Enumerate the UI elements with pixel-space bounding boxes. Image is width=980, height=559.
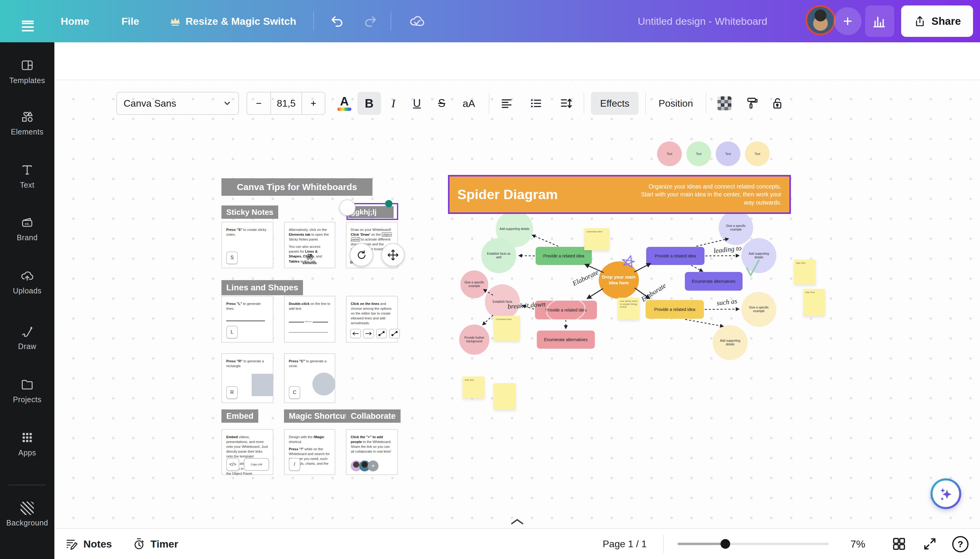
line-spacing-button[interactable] xyxy=(555,92,577,115)
strikethrough-button[interactable]: S xyxy=(432,92,451,115)
menu-resize-magic-switch[interactable]: Resize & Magic Switch xyxy=(169,0,296,42)
zoom-slider[interactable] xyxy=(678,543,829,545)
section-label-magic-shortcut[interactable]: Magic Shortcut xyxy=(284,409,352,423)
move-handle[interactable] xyxy=(381,243,405,266)
spider-node-rect-purple[interactable]: Provide a related idea xyxy=(646,247,704,265)
font-family-select[interactable]: Canva Sans xyxy=(116,92,239,115)
spider-node-rect-purple-enum[interactable]: Enumerate alternatives xyxy=(685,272,742,291)
bold-button[interactable]: B xyxy=(357,92,381,115)
sidebar-item-projects[interactable]: Projects xyxy=(0,377,55,404)
spider-node-circle[interactable]: Add supporting details xyxy=(741,238,777,273)
font-size-decrease-button[interactable]: − xyxy=(247,93,270,114)
user-avatar[interactable] xyxy=(805,5,836,35)
spider-center-node[interactable]: Drop your main idea here xyxy=(599,261,639,299)
selected-text-element[interactable]: ggkhj;lj xyxy=(347,203,398,220)
italic-button[interactable]: I xyxy=(383,92,403,115)
help-button[interactable]: ? xyxy=(952,536,968,552)
share-button[interactable]: Share xyxy=(901,5,973,37)
cloud-save-status[interactable] xyxy=(408,0,426,42)
swatch-circle-pink[interactable]: Text xyxy=(657,141,682,166)
menu-home[interactable]: Home xyxy=(61,0,89,42)
section-label-sticky-notes[interactable]: Sticky Notes xyxy=(221,205,278,219)
add-people-icon[interactable]: + xyxy=(368,460,378,471)
spider-header-selected[interactable]: Spider Diagram Organize your ideas and c… xyxy=(448,175,791,214)
tips-title[interactable]: Canva Tips for Whiteboards xyxy=(221,178,372,196)
copy-style-button[interactable] xyxy=(741,92,762,115)
spider-node-circle[interactable]: Establish facts as well xyxy=(481,238,516,273)
sticky-note[interactable] xyxy=(494,383,516,409)
notes-button[interactable]: Notes xyxy=(65,529,112,559)
main-menu-button[interactable] xyxy=(22,0,34,42)
spider-node-rect-pink-enum[interactable]: Enumerate alternatives xyxy=(537,331,595,349)
grid-view-button[interactable] xyxy=(891,536,907,552)
sidebar-item-brand[interactable]: co. Brand xyxy=(0,215,55,242)
bullet-list-button[interactable] xyxy=(526,92,547,115)
text-case-button[interactable]: aA xyxy=(458,92,480,115)
menu-file[interactable]: File xyxy=(121,0,139,42)
position-button[interactable]: Position xyxy=(653,92,699,115)
underline-button[interactable]: U xyxy=(407,92,426,115)
undo-button[interactable] xyxy=(329,0,345,42)
arrow-right-option[interactable] xyxy=(363,329,374,338)
text-color-button[interactable]: A xyxy=(333,92,356,115)
selection-anchor-handle[interactable] xyxy=(339,199,355,216)
tip-card-lines-1[interactable]: Press "L" to generate lines. L xyxy=(221,296,273,342)
font-size-increase-button[interactable]: + xyxy=(301,93,325,114)
sidebar-item-apps[interactable]: Apps xyxy=(0,430,55,457)
tip-card-embed[interactable]: Embed videos, presentations, and more on… xyxy=(221,429,273,475)
fullscreen-button[interactable] xyxy=(922,536,938,552)
sticky-note[interactable]: Add Text xyxy=(463,377,484,398)
swatch-circle-green[interactable]: Text xyxy=(686,141,711,166)
insights-button[interactable] xyxy=(865,5,894,37)
section-label-lines-shapes[interactable]: Lines and Shapes xyxy=(221,280,303,295)
copy-link-button[interactable]: Copy Link xyxy=(244,458,269,471)
arrow-left-option[interactable] xyxy=(350,329,361,338)
sidebar-item-background[interactable]: Background xyxy=(0,501,55,527)
sidebar-item-draw[interactable]: Draw xyxy=(0,324,55,351)
tip-card-lines-2[interactable]: Double-click on the line to add text. Ad… xyxy=(284,296,335,342)
transparency-button[interactable] xyxy=(714,92,735,115)
section-label-collaborate[interactable]: Collaborate xyxy=(346,409,401,423)
spider-node-circle[interactable]: Give a specific example xyxy=(460,270,488,298)
spider-node-rect-green[interactable]: Provide a related idea xyxy=(535,247,592,265)
tip-card-sticky-1[interactable]: Press "S" to create sticky notes. S xyxy=(221,222,273,268)
section-label-embed[interactable]: Embed xyxy=(221,409,258,423)
curved-line-option[interactable] xyxy=(389,329,400,338)
spider-node-circle[interactable]: Add supporting details xyxy=(713,325,748,360)
spider-node-circle[interactable]: Establish facts xyxy=(485,284,520,319)
sidebar-item-text[interactable]: Text xyxy=(0,162,55,189)
timer-button[interactable]: Timer xyxy=(132,529,178,559)
collapse-panel-chevron[interactable] xyxy=(507,518,527,526)
sticky-note[interactable]: Use sticky notes to explain things furth… xyxy=(618,298,640,319)
rotate-handle[interactable] xyxy=(350,243,373,266)
effects-button[interactable]: Effects xyxy=(591,92,639,115)
tip-card-rectangle[interactable]: Press "R" to generate a rectangle. R xyxy=(221,353,273,403)
tip-card-circle[interactable]: Press "C" to generate a circle. C xyxy=(284,353,335,403)
whiteboard-canvas[interactable]: Canva Tips for Whiteboards Sticky Notes … xyxy=(55,80,980,528)
sticky-note[interactable]: Comment here xyxy=(494,316,520,341)
spider-node-circle[interactable]: Provide further background xyxy=(459,324,489,355)
spider-node-rect-yellow[interactable]: Provide a related idea xyxy=(646,300,704,319)
tip-card-magic[interactable]: Design with the /Magic shortcut. Press "… xyxy=(284,429,335,475)
add-collaborator-button[interactable]: + xyxy=(834,7,861,35)
sticky-note[interactable]: Add Text xyxy=(794,260,816,284)
magic-assistant-button[interactable] xyxy=(930,478,961,509)
tip-card-collaborate[interactable]: Click the "+" to add people to the White… xyxy=(346,429,398,475)
document-title[interactable]: Untitled design - Whiteboard xyxy=(638,0,767,42)
zoom-slider-thumb[interactable] xyxy=(721,539,730,549)
font-size-value[interactable]: 81,5 xyxy=(270,93,301,114)
elbow-line-option[interactable] xyxy=(376,329,387,338)
sidebar-item-uploads[interactable]: Uploads xyxy=(0,268,55,295)
swatch-circle-purple[interactable]: Text xyxy=(716,141,740,166)
spider-node-circle[interactable]: Give a specific example xyxy=(741,292,777,327)
sidebar-item-templates[interactable]: Templates xyxy=(0,58,55,85)
spider-node-circle[interactable]: Give a specific example xyxy=(719,211,753,245)
sticky-note[interactable]: Add Text xyxy=(803,289,825,316)
tip-card-sticky-2[interactable]: Alternatively, click on the Elements tab… xyxy=(284,222,335,268)
sticky-note[interactable]: Comment here xyxy=(584,228,609,250)
tip-card-lines-3[interactable]: Click on the lines and choose among the … xyxy=(346,296,398,342)
lock-button[interactable] xyxy=(766,92,788,115)
swatch-circle-yellow[interactable]: Text xyxy=(745,141,770,166)
text-align-button[interactable] xyxy=(496,92,517,115)
redo-button[interactable] xyxy=(362,0,378,42)
